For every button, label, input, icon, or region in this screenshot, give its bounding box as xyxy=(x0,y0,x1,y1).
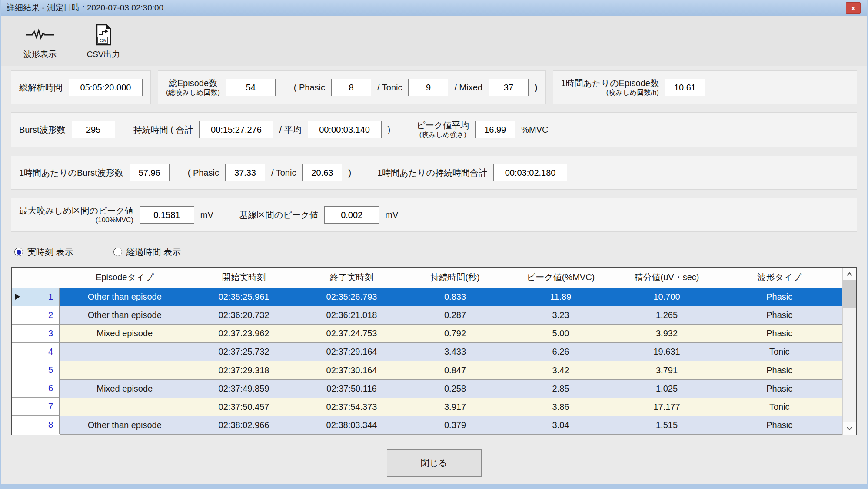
header-start-time[interactable]: 開始実時刻 xyxy=(190,268,298,288)
csv-export-button[interactable]: csv CSV出力 xyxy=(80,20,127,62)
window-close-button[interactable]: x xyxy=(846,2,861,14)
row-header-cell[interactable]: 5 xyxy=(12,361,60,379)
wave-type-cell[interactable]: Phasic xyxy=(717,416,842,434)
burst-duration-average-value[interactable] xyxy=(308,121,382,138)
wave-type-cell[interactable]: Phasic xyxy=(717,288,842,306)
title-bar[interactable]: 詳細結果 - 測定日時 : 2020-07-03 02:30:00 x xyxy=(1,0,867,16)
duration-cell[interactable]: 0.379 xyxy=(406,416,505,434)
end-time-cell[interactable]: 02:37:30.164 xyxy=(298,361,406,379)
radio-elapsed[interactable]: 経過時間 表示 xyxy=(113,246,181,258)
scrollbar-thumb[interactable] xyxy=(843,280,856,308)
duration-per-hour-value[interactable] xyxy=(493,164,567,181)
episode-type-cell[interactable] xyxy=(60,398,190,416)
header-peak[interactable]: ピーク値(%MVC) xyxy=(505,268,617,288)
end-time-cell[interactable]: 02:37:29.164 xyxy=(298,343,406,361)
header-end-time[interactable]: 終了実時刻 xyxy=(298,268,406,288)
table-row[interactable]: 8 Other than episode 02:38:02.966 02:38:… xyxy=(12,416,842,434)
peak-cell[interactable]: 3.42 xyxy=(505,361,617,379)
episode-type-cell[interactable]: Other than episode xyxy=(60,416,190,434)
table-row[interactable]: 3 Mixed episode 02:37:23.962 02:37:24.75… xyxy=(12,325,842,343)
episode-type-cell[interactable] xyxy=(60,343,190,361)
duration-cell[interactable]: 0.792 xyxy=(406,325,505,343)
row-header-cell[interactable]: 2 xyxy=(12,306,60,325)
end-time-cell[interactable]: 02:37:24.753 xyxy=(298,325,406,343)
table-row[interactable]: 5 02:37:29.318 02:37:30.164 0.847 3.42 3… xyxy=(12,361,842,379)
start-time-cell[interactable]: 02:37:50.457 xyxy=(190,398,298,416)
end-time-cell[interactable]: 02:37:54.373 xyxy=(298,398,406,416)
row-header-cell[interactable]: 6 xyxy=(12,379,60,398)
row-header-cell[interactable]: 3 xyxy=(12,325,60,343)
episodes-per-hour-value[interactable] xyxy=(665,79,705,96)
radio-realtime[interactable]: 実時刻 表示 xyxy=(14,246,73,258)
table-row[interactable]: 7 02:37:50.457 02:37:54.373 3.917 3.86 1… xyxy=(12,398,842,416)
mixed-count-value[interactable] xyxy=(489,79,529,96)
end-time-cell[interactable]: 02:37:50.116 xyxy=(298,379,406,398)
wave-type-cell[interactable]: Tonic xyxy=(717,343,842,361)
duration-cell[interactable]: 0.287 xyxy=(406,306,505,325)
row-header-cell[interactable]: 8 xyxy=(12,416,60,434)
integral-cell[interactable]: 1.515 xyxy=(617,416,717,434)
peak-cell[interactable]: 3.23 xyxy=(505,306,617,325)
vertical-scrollbar[interactable] xyxy=(842,268,856,435)
integral-cell[interactable]: 3.791 xyxy=(617,361,717,379)
episode-type-cell[interactable]: Mixed episode xyxy=(60,379,190,398)
peak-cell[interactable]: 11.89 xyxy=(505,288,617,306)
peak-cell[interactable]: 3.86 xyxy=(505,398,617,416)
peak-cell[interactable]: 5.00 xyxy=(505,325,617,343)
episode-type-cell[interactable] xyxy=(60,361,190,379)
table-row[interactable]: 2 Other than episode 02:36:20.732 02:36:… xyxy=(12,306,842,325)
waveform-display-button[interactable]: 波形表示 xyxy=(16,20,64,62)
burst-count-value[interactable] xyxy=(72,121,115,138)
header-integral[interactable]: 積分値(uV・sec) xyxy=(617,268,717,288)
table-row[interactable]: 1 Other than episode 02:35:25.961 02:35:… xyxy=(12,288,842,306)
tonic-count-value[interactable] xyxy=(408,79,448,96)
integral-cell[interactable]: 19.631 xyxy=(617,343,717,361)
integral-cell[interactable]: 10.700 xyxy=(617,288,717,306)
duration-cell[interactable]: 0.847 xyxy=(406,361,505,379)
header-episode-type[interactable]: Episodeタイプ xyxy=(60,268,190,288)
start-time-cell[interactable]: 02:35:25.961 xyxy=(190,288,298,306)
burst-tonic-value[interactable] xyxy=(302,164,342,181)
end-time-cell[interactable]: 02:35:26.793 xyxy=(298,288,406,306)
peak-cell[interactable]: 2.85 xyxy=(505,379,617,398)
integral-cell[interactable]: 1.265 xyxy=(617,306,717,325)
header-duration[interactable]: 持続時間(秒) xyxy=(406,268,505,288)
burst-duration-total-value[interactable] xyxy=(199,121,273,138)
duration-cell[interactable]: 0.258 xyxy=(406,379,505,398)
wave-type-cell[interactable]: Phasic xyxy=(717,379,842,398)
table-row[interactable]: 4 02:37:25.732 02:37:29.164 3.433 6.26 1… xyxy=(12,343,842,361)
peak-cell[interactable]: 3.04 xyxy=(505,416,617,434)
end-time-cell[interactable]: 02:38:03.344 xyxy=(298,416,406,434)
integral-cell[interactable]: 3.932 xyxy=(617,325,717,343)
close-dialog-button[interactable]: 閉じる xyxy=(387,449,482,477)
end-time-cell[interactable]: 02:36:21.018 xyxy=(298,306,406,325)
wave-type-cell[interactable]: Phasic xyxy=(717,361,842,379)
scroll-down-button[interactable] xyxy=(843,422,856,435)
row-header-cell[interactable]: 1 xyxy=(12,288,60,306)
wave-type-cell[interactable]: Phasic xyxy=(717,325,842,343)
episode-type-cell[interactable]: Mixed episode xyxy=(60,325,190,343)
burst-per-hour-value[interactable] xyxy=(130,164,170,181)
integral-cell[interactable]: 1.025 xyxy=(617,379,717,398)
start-time-cell[interactable]: 02:38:02.966 xyxy=(190,416,298,434)
row-header-cell[interactable]: 7 xyxy=(12,398,60,416)
duration-cell[interactable]: 3.433 xyxy=(406,343,505,361)
start-time-cell[interactable]: 02:37:23.962 xyxy=(190,325,298,343)
duration-cell[interactable]: 3.917 xyxy=(406,398,505,416)
scroll-up-button[interactable] xyxy=(843,268,856,280)
wave-type-cell[interactable]: Phasic xyxy=(717,306,842,325)
start-time-cell[interactable]: 02:37:49.859 xyxy=(190,379,298,398)
episode-type-cell[interactable]: Other than episode xyxy=(60,306,190,325)
peak-cell[interactable]: 6.26 xyxy=(505,343,617,361)
total-episodes-value[interactable] xyxy=(226,79,276,96)
wave-type-cell[interactable]: Tonic xyxy=(717,398,842,416)
start-time-cell[interactable]: 02:37:29.318 xyxy=(190,361,298,379)
analysis-time-value[interactable] xyxy=(69,79,143,96)
phasic-count-value[interactable] xyxy=(331,79,371,96)
baseline-peak-value[interactable] xyxy=(324,206,379,224)
row-header-cell[interactable]: 4 xyxy=(12,343,60,361)
integral-cell[interactable]: 17.177 xyxy=(617,398,717,416)
max-clench-peak-value[interactable] xyxy=(140,206,194,224)
start-time-cell[interactable]: 02:36:20.732 xyxy=(190,306,298,325)
duration-cell[interactable]: 0.833 xyxy=(406,288,505,306)
